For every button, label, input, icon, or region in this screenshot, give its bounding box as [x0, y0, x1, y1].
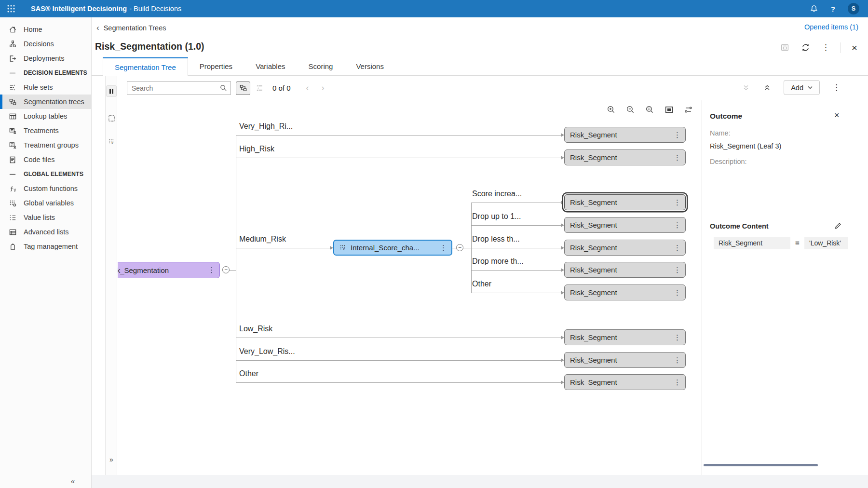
- panels-toggle-icon[interactable]: [106, 85, 117, 97]
- node-kebab-icon[interactable]: ⋮: [440, 244, 447, 252]
- collapse-node-icon[interactable]: −: [222, 266, 230, 273]
- snapshot-icon[interactable]: [779, 42, 790, 53]
- list-view-toggle[interactable]: [252, 81, 267, 95]
- collapse-node-icon[interactable]: −: [456, 244, 463, 251]
- node-kebab-icon[interactable]: ⋮: [674, 221, 681, 230]
- tab-segmentation-tree[interactable]: Segmentation Tree: [103, 57, 188, 76]
- leaf-node[interactable]: Risk_Segment ⋮: [564, 329, 686, 345]
- app-title: SAS® Intelligent Decisioning- Build Deci…: [31, 5, 181, 13]
- sidebar: Home Decisions Deployments DECISION ELEM…: [0, 17, 92, 488]
- sidebar-collapse-button[interactable]: «: [71, 477, 75, 485]
- edit-pencil-icon[interactable]: [833, 221, 843, 230]
- sidebar-item-value-lists[interactable]: Value lists: [0, 210, 91, 225]
- leaf-node-selected[interactable]: Risk_Segment ⋮: [564, 194, 686, 210]
- leaf-node[interactable]: Risk_Segment ⋮: [564, 285, 686, 300]
- add-button[interactable]: Add: [784, 80, 820, 95]
- connector: [471, 270, 561, 271]
- tree-canvas[interactable]: Risk_Segmentation ⋮ − Very_High_Ri... Ri…: [118, 100, 702, 475]
- connector: [236, 135, 561, 136]
- top-app-bar: SAS® Intelligent Decisioning- Build Deci…: [0, 0, 868, 17]
- bell-icon[interactable]: [810, 4, 818, 13]
- sidebar-item-treatments[interactable]: Treatments: [0, 123, 91, 138]
- panel-title: Outcome: [710, 112, 742, 121]
- rule-sets-icon: [8, 83, 17, 92]
- node-kebab-icon[interactable]: ⋮: [674, 131, 681, 139]
- leaf-node[interactable]: Risk_Segment ⋮: [564, 240, 686, 256]
- decisions-icon: [8, 40, 17, 48]
- node-kebab-icon[interactable]: ⋮: [208, 266, 215, 274]
- header-kebab-icon[interactable]: ⋮: [821, 42, 831, 53]
- advanced-lists-icon: [8, 228, 17, 236]
- tree-view-toggle[interactable]: [236, 81, 250, 95]
- branch-label: Drop up to 1...: [472, 212, 521, 221]
- prev-match-icon[interactable]: ‹: [306, 83, 309, 93]
- sidebar-item-custom-functions[interactable]: Custom functions: [0, 181, 91, 196]
- node-kebab-icon[interactable]: ⋮: [674, 333, 681, 342]
- sidebar-item-code-files[interactable]: Code files: [0, 152, 91, 167]
- sidebar-item-tag-management[interactable]: Tag management: [0, 239, 91, 254]
- sidebar-item-decisions[interactable]: Decisions: [0, 37, 91, 51]
- node-kebab-icon[interactable]: ⋮: [674, 198, 681, 207]
- connector: [236, 135, 236, 382]
- search-input[interactable]: [127, 81, 231, 95]
- code-files-icon: [8, 156, 17, 164]
- sidebar-item-treatment-groups[interactable]: Treatment groups: [0, 138, 91, 152]
- internal-node[interactable]: x Internal_Score_cha... ⋮: [333, 240, 452, 256]
- node-kebab-icon[interactable]: ⋮: [674, 378, 681, 387]
- tab-scoring[interactable]: Scoring: [297, 57, 345, 75]
- overview-icon[interactable]: [664, 104, 675, 115]
- variables-palette-icon[interactable]: x: [106, 136, 117, 147]
- toolbar-kebab-icon[interactable]: ⋮: [831, 82, 841, 93]
- assign-value-chip[interactable]: 'Low_Risk': [804, 237, 848, 249]
- opened-items-link[interactable]: Opened items (1): [804, 23, 858, 31]
- app-switcher-icon[interactable]: [0, 4, 22, 13]
- deployments-icon: [8, 54, 17, 63]
- leaf-node[interactable]: Risk_Segment ⋮: [564, 352, 686, 368]
- expand-all-icon[interactable]: [762, 83, 772, 93]
- strip-expand-button[interactable]: »: [106, 456, 117, 463]
- help-icon[interactable]: ?: [831, 5, 835, 13]
- page-title: Risk_Segmentation (1.0): [95, 41, 204, 52]
- collapse-all-icon[interactable]: [741, 83, 751, 93]
- connector: [471, 225, 561, 226]
- node-kebab-icon[interactable]: ⋮: [674, 153, 681, 162]
- leaf-node[interactable]: Risk_Segment ⋮: [564, 217, 686, 233]
- assign-target-chip[interactable]: Risk_Segment: [714, 237, 790, 249]
- leaf-node[interactable]: Risk_Segment ⋮: [564, 374, 686, 390]
- user-avatar[interactable]: S: [848, 3, 859, 14]
- sidebar-item-deployments[interactable]: Deployments: [0, 51, 91, 66]
- connector-arrow: [561, 156, 564, 160]
- connector-arrow: [561, 380, 564, 384]
- node-kebab-icon[interactable]: ⋮: [674, 288, 681, 297]
- horizontal-scrollbar[interactable]: [704, 464, 818, 466]
- home-icon: [8, 26, 17, 34]
- tab-properties[interactable]: Properties: [188, 57, 244, 75]
- layout-options-icon[interactable]: [683, 104, 694, 115]
- sidebar-item-rule-sets[interactable]: Rule sets: [0, 80, 91, 95]
- node-kebab-icon[interactable]: ⋮: [674, 356, 681, 365]
- refresh-icon[interactable]: [800, 42, 811, 53]
- sidebar-item-advanced-lists[interactable]: Advanced lists: [0, 225, 91, 239]
- close-item-icon[interactable]: ×: [851, 41, 858, 54]
- leaf-node[interactable]: Risk_Segment ⋮: [564, 127, 686, 143]
- root-node[interactable]: Risk_Segmentation ⋮: [118, 262, 220, 278]
- zoom-fit-icon[interactable]: [644, 104, 655, 115]
- next-match-icon[interactable]: ›: [322, 83, 325, 93]
- breadcrumb[interactable]: ‹ Segmentation Trees: [96, 23, 166, 33]
- zoom-out-icon[interactable]: [625, 104, 636, 115]
- leaf-node[interactable]: Risk_Segment ⋮: [564, 149, 686, 165]
- sidebar-item-home[interactable]: Home: [0, 22, 91, 37]
- connector: [236, 158, 561, 158]
- node-kebab-icon[interactable]: ⋮: [674, 266, 681, 274]
- grid-palette-icon[interactable]: [106, 112, 117, 124]
- sidebar-item-lookup-tables[interactable]: Lookup tables: [0, 109, 91, 123]
- leaf-node[interactable]: Risk_Segment ⋮: [564, 262, 686, 278]
- panel-close-icon[interactable]: ×: [833, 110, 841, 121]
- zoom-in-icon[interactable]: [606, 104, 617, 115]
- sidebar-item-segmentation-trees[interactable]: Segmentation trees: [0, 95, 91, 109]
- node-kebab-icon[interactable]: ⋮: [674, 244, 681, 252]
- variables-node-icon: x: [339, 244, 347, 251]
- tab-variables[interactable]: Variables: [244, 57, 297, 75]
- tab-versions[interactable]: Versions: [344, 57, 395, 75]
- sidebar-item-global-variables[interactable]: Global variables: [0, 196, 91, 210]
